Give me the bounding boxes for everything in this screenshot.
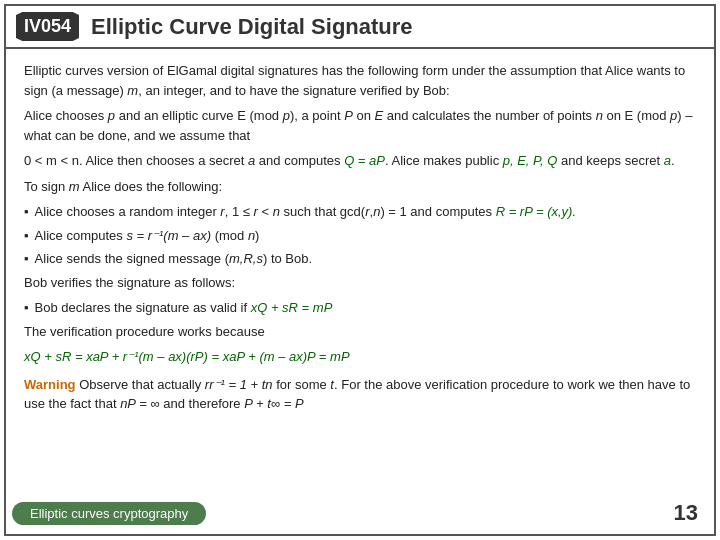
bullet1-n: n — [273, 204, 280, 219]
bullet2-content: Alice computes s = r⁻¹(m – ax) (mod n) — [35, 226, 260, 246]
slide-id-badge: IV054 — [16, 12, 79, 41]
para3-public: p, E, P, Q — [503, 153, 558, 168]
header: IV054 Elliptic Curve Digital Signature — [6, 6, 714, 49]
bullet1-content: Alice chooses a random integer r, 1 ≤ r … — [35, 202, 576, 222]
paragraph-7: xQ + sR = xaP + r⁻¹(m – ax)(rP) = xaP + … — [24, 347, 696, 367]
para3-d: and keeps secret — [557, 153, 663, 168]
slide-content: Elliptic curves version of ElGamal digit… — [6, 49, 714, 428]
bullet1-R: R = rP = (x,y). — [496, 204, 576, 219]
para3-text: 0 < m < n. Alice then chooses a secret — [24, 153, 248, 168]
bullet-item-3: ▪ Alice sends the signed message (m,R,s)… — [24, 249, 696, 269]
paragraph-5: Bob verifies the signature as follows: — [24, 273, 696, 293]
bullet-item-1: ▪ Alice chooses a random integer r, 1 ≤ … — [24, 202, 696, 222]
para4-m: m — [69, 179, 80, 194]
paragraph-8: Warning Observe that actually rr⁻¹ = 1 +… — [24, 375, 696, 414]
bullet1-n2: n — [373, 204, 380, 219]
para3-Q: Q = aP — [344, 153, 385, 168]
warning-formula2: nP = ∞ — [120, 396, 160, 411]
para2-c: ), a point — [290, 108, 344, 123]
verification-formula: xQ + sR = xaP + r⁻¹(m – ax)(rP) = xaP + … — [24, 349, 350, 364]
para2-f: on E (mod — [603, 108, 670, 123]
bullet-symbol-1: ▪ — [24, 202, 29, 222]
warning-label: Warning — [24, 377, 76, 392]
page-border: IV054 Elliptic Curve Digital Signature E… — [4, 4, 716, 536]
warning-text: Observe that actually rr⁻¹ = 1 + tn for … — [24, 377, 690, 412]
slide-title: Elliptic Curve Digital Signature — [91, 14, 413, 40]
bullet-symbol-3: ▪ — [24, 249, 29, 269]
bullet1-r3: r — [365, 204, 369, 219]
footer-page-number: 13 — [674, 500, 698, 526]
paragraph-3: 0 < m < n. Alice then chooses a secret a… — [24, 151, 696, 171]
bullet3-vars: m,R,s — [229, 251, 263, 266]
para2-n: n — [596, 108, 603, 123]
footer-label: Elliptic curves cryptography — [12, 502, 206, 525]
para1-m: m — [127, 83, 138, 98]
bullet4-formula: xQ + sR = mP — [251, 300, 333, 315]
para3-c: . Alice makes public — [385, 153, 503, 168]
bullet2-n: n — [248, 228, 255, 243]
bullet2-formula: s = r⁻¹(m – ax) — [126, 228, 211, 243]
para3-secret: a — [664, 153, 671, 168]
para2-p: p — [108, 108, 115, 123]
para4-rest: Alice does the following: — [80, 179, 222, 194]
para2-e: and calculates the number of points — [383, 108, 595, 123]
para2-a: Alice chooses — [24, 108, 108, 123]
para1-end: , an integer, and to have the signature … — [138, 83, 450, 98]
bullet3-content: Alice sends the signed message (m,R,s) t… — [35, 249, 312, 269]
para2-b: and an elliptic curve E (mod — [115, 108, 283, 123]
warning-formula3: P + t∞ = P — [244, 396, 303, 411]
bullet-symbol-2: ▪ — [24, 226, 29, 246]
para2-P: P — [344, 108, 353, 123]
paragraph-1: Elliptic curves version of ElGamal digit… — [24, 61, 696, 100]
para2-E: E — [375, 108, 384, 123]
paragraph-4: To sign m Alice does the following: — [24, 177, 696, 197]
bullet1-r2: r — [253, 204, 257, 219]
para3-b: and computes — [255, 153, 344, 168]
bullet-item-2: ▪ Alice computes s = r⁻¹(m – ax) (mod n) — [24, 226, 696, 246]
para2-d: on — [353, 108, 375, 123]
para2-p2: p — [283, 108, 290, 123]
footer: Elliptic curves cryptography 13 — [12, 500, 708, 526]
para4-text: To sign — [24, 179, 69, 194]
bullet1-r: r — [220, 204, 224, 219]
para3-period: . — [671, 153, 675, 168]
warning-t: t — [330, 377, 334, 392]
warning-formula1: rr⁻¹ = 1 + tn — [205, 377, 273, 392]
paragraph-6: The verification procedure works because — [24, 322, 696, 342]
paragraph-2: Alice chooses p and an elliptic curve E … — [24, 106, 696, 145]
bullet-item-4: ▪ Bob declares the signature as valid if… — [24, 298, 696, 318]
bullet4-content: Bob declares the signature as valid if x… — [35, 298, 333, 318]
bullet-symbol-4: ▪ — [24, 298, 29, 318]
